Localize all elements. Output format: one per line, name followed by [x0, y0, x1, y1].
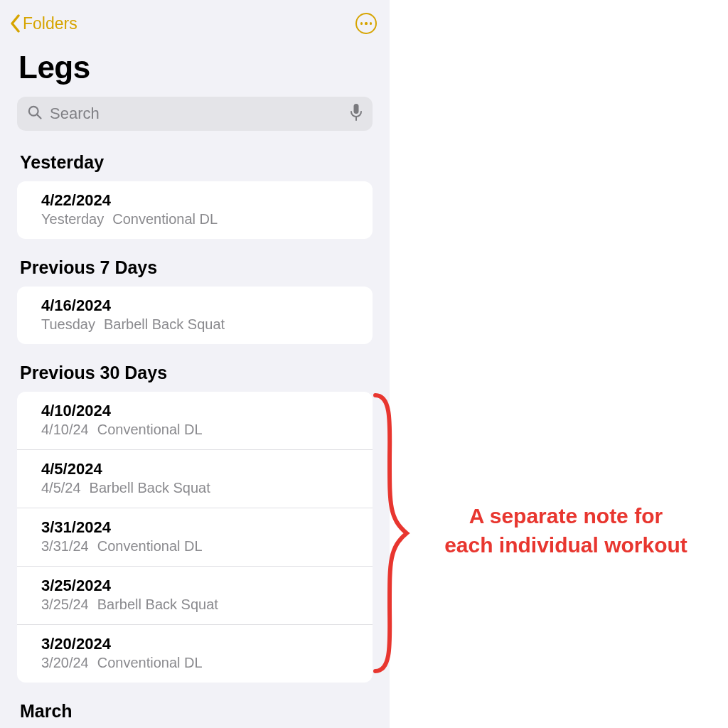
search-field[interactable] — [17, 97, 373, 131]
more-options-button[interactable] — [355, 13, 377, 34]
section-header-march: March — [0, 682, 390, 727]
note-subtitle: 4/10/24 Conventional DL — [41, 422, 358, 438]
svg-line-1 — [38, 115, 41, 119]
card-prev7: 4/16/2024 Tuesday Barbell Back Squat — [17, 287, 373, 344]
note-row[interactable]: 4/5/2024 4/5/24 Barbell Back Squat — [17, 449, 373, 508]
back-to-folders[interactable]: Folders — [10, 14, 77, 33]
note-title: 3/31/2024 — [41, 518, 358, 537]
note-title: 3/20/2024 — [41, 635, 358, 653]
microphone-icon[interactable] — [350, 103, 363, 124]
note-title: 4/16/2024 — [41, 296, 358, 315]
section-header-prev7: Previous 7 Days — [0, 239, 390, 284]
svg-rect-2 — [354, 104, 359, 114]
section-header-yesterday: Yesterday — [0, 131, 390, 178]
note-row[interactable]: 4/10/2024 4/10/24 Conventional DL — [17, 392, 373, 449]
ellipsis-icon — [360, 22, 363, 24]
note-title: 3/25/2024 — [41, 577, 358, 595]
note-row[interactable]: 3/20/2024 3/20/24 Conventional DL — [17, 624, 373, 682]
nav-bar: Folders — [0, 0, 390, 37]
notes-app-folder-view: Folders Legs Yesterday 4/22 — [0, 0, 390, 728]
section-header-prev30: Previous 30 Days — [0, 344, 390, 389]
svg-point-0 — [29, 107, 38, 116]
chevron-left-icon — [10, 14, 21, 33]
note-title: 4/22/2024 — [41, 191, 358, 210]
note-subtitle: 3/31/24 Conventional DL — [41, 538, 358, 555]
search-input[interactable] — [48, 104, 344, 124]
note-subtitle: 3/20/24 Conventional DL — [41, 655, 358, 671]
card-yesterday: 4/22/2024 Yesterday Conventional DL — [17, 181, 373, 239]
note-row[interactable]: 3/25/2024 3/25/24 Barbell Back Squat — [17, 566, 373, 624]
note-title: 4/10/2024 — [41, 402, 358, 420]
annotation-text: A separate note for each individual work… — [417, 502, 715, 560]
card-prev30: 4/10/2024 4/10/24 Conventional DL 4/5/20… — [17, 392, 373, 682]
note-title: 4/5/2024 — [41, 460, 358, 478]
note-subtitle: Yesterday Conventional DL — [41, 211, 358, 228]
note-subtitle: 4/5/24 Barbell Back Squat — [41, 480, 358, 496]
note-subtitle: Tuesday Barbell Back Squat — [41, 316, 358, 333]
search-icon — [27, 105, 43, 123]
note-subtitle: 3/25/24 Barbell Back Squat — [41, 596, 358, 613]
note-row[interactable]: 4/16/2024 Tuesday Barbell Back Squat — [17, 287, 373, 344]
back-label: Folders — [23, 14, 77, 33]
note-row[interactable]: 4/22/2024 Yesterday Conventional DL — [17, 181, 373, 239]
page-title: Legs — [0, 37, 390, 90]
note-row[interactable]: 3/31/2024 3/31/24 Conventional DL — [17, 508, 373, 566]
